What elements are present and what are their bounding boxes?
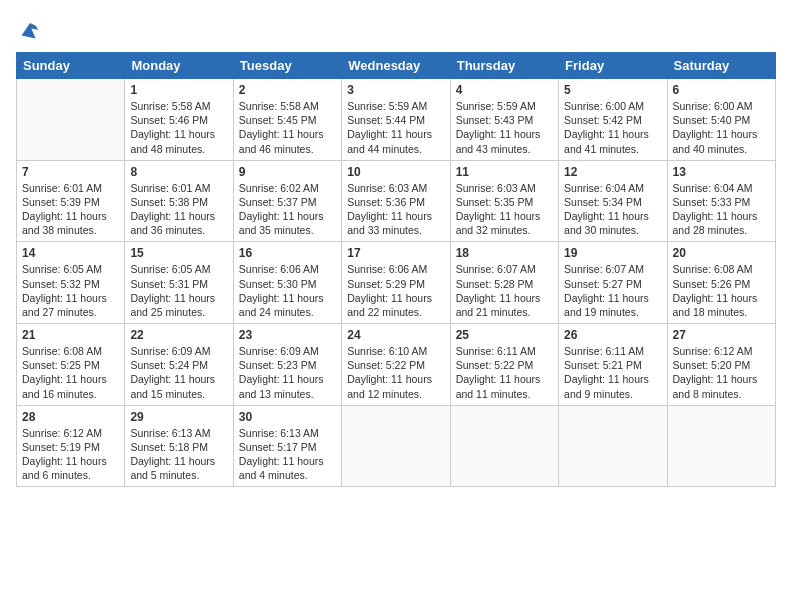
day-info: Sunrise: 6:12 AM Sunset: 5:19 PM Dayligh… — [22, 426, 119, 483]
day-cell — [667, 405, 775, 487]
day-number: 5 — [564, 83, 661, 97]
day-number: 21 — [22, 328, 119, 342]
day-number: 20 — [673, 246, 770, 260]
day-info: Sunrise: 6:01 AM Sunset: 5:38 PM Dayligh… — [130, 181, 227, 238]
header-cell-friday: Friday — [559, 53, 667, 79]
day-info: Sunrise: 6:05 AM Sunset: 5:31 PM Dayligh… — [130, 262, 227, 319]
day-info: Sunrise: 6:11 AM Sunset: 5:21 PM Dayligh… — [564, 344, 661, 401]
day-cell: 9Sunrise: 6:02 AM Sunset: 5:37 PM Daylig… — [233, 160, 341, 242]
day-info: Sunrise: 6:05 AM Sunset: 5:32 PM Dayligh… — [22, 262, 119, 319]
day-cell: 16Sunrise: 6:06 AM Sunset: 5:30 PM Dayli… — [233, 242, 341, 324]
day-number: 24 — [347, 328, 444, 342]
day-info: Sunrise: 6:04 AM Sunset: 5:34 PM Dayligh… — [564, 181, 661, 238]
day-info: Sunrise: 6:03 AM Sunset: 5:36 PM Dayligh… — [347, 181, 444, 238]
day-info: Sunrise: 6:13 AM Sunset: 5:18 PM Dayligh… — [130, 426, 227, 483]
day-cell: 28Sunrise: 6:12 AM Sunset: 5:19 PM Dayli… — [17, 405, 125, 487]
header-row: SundayMondayTuesdayWednesdayThursdayFrid… — [17, 53, 776, 79]
day-cell — [559, 405, 667, 487]
day-cell — [17, 79, 125, 161]
day-cell: 11Sunrise: 6:03 AM Sunset: 5:35 PM Dayli… — [450, 160, 558, 242]
day-number: 14 — [22, 246, 119, 260]
day-number: 26 — [564, 328, 661, 342]
day-cell: 30Sunrise: 6:13 AM Sunset: 5:17 PM Dayli… — [233, 405, 341, 487]
svg-marker-0 — [22, 23, 39, 38]
day-number: 23 — [239, 328, 336, 342]
day-cell — [450, 405, 558, 487]
day-info: Sunrise: 5:58 AM Sunset: 5:45 PM Dayligh… — [239, 99, 336, 156]
day-number: 13 — [673, 165, 770, 179]
day-cell: 6Sunrise: 6:00 AM Sunset: 5:40 PM Daylig… — [667, 79, 775, 161]
day-cell: 4Sunrise: 5:59 AM Sunset: 5:43 PM Daylig… — [450, 79, 558, 161]
calendar-table: SundayMondayTuesdayWednesdayThursdayFrid… — [16, 52, 776, 487]
page-header — [16, 16, 776, 44]
day-cell: 23Sunrise: 6:09 AM Sunset: 5:23 PM Dayli… — [233, 324, 341, 406]
header-cell-saturday: Saturday — [667, 53, 775, 79]
day-number: 6 — [673, 83, 770, 97]
day-cell: 1Sunrise: 5:58 AM Sunset: 5:46 PM Daylig… — [125, 79, 233, 161]
day-number: 12 — [564, 165, 661, 179]
day-cell: 8Sunrise: 6:01 AM Sunset: 5:38 PM Daylig… — [125, 160, 233, 242]
calendar-body: 1Sunrise: 5:58 AM Sunset: 5:46 PM Daylig… — [17, 79, 776, 487]
day-info: Sunrise: 6:07 AM Sunset: 5:27 PM Dayligh… — [564, 262, 661, 319]
day-info: Sunrise: 6:11 AM Sunset: 5:22 PM Dayligh… — [456, 344, 553, 401]
day-cell: 19Sunrise: 6:07 AM Sunset: 5:27 PM Dayli… — [559, 242, 667, 324]
day-cell: 20Sunrise: 6:08 AM Sunset: 5:26 PM Dayli… — [667, 242, 775, 324]
day-info: Sunrise: 6:01 AM Sunset: 5:39 PM Dayligh… — [22, 181, 119, 238]
day-cell: 13Sunrise: 6:04 AM Sunset: 5:33 PM Dayli… — [667, 160, 775, 242]
week-row-3: 21Sunrise: 6:08 AM Sunset: 5:25 PM Dayli… — [17, 324, 776, 406]
day-number: 15 — [130, 246, 227, 260]
week-row-0: 1Sunrise: 5:58 AM Sunset: 5:46 PM Daylig… — [17, 79, 776, 161]
header-cell-tuesday: Tuesday — [233, 53, 341, 79]
day-info: Sunrise: 6:09 AM Sunset: 5:24 PM Dayligh… — [130, 344, 227, 401]
day-info: Sunrise: 6:07 AM Sunset: 5:28 PM Dayligh… — [456, 262, 553, 319]
day-info: Sunrise: 6:02 AM Sunset: 5:37 PM Dayligh… — [239, 181, 336, 238]
day-cell: 3Sunrise: 5:59 AM Sunset: 5:44 PM Daylig… — [342, 79, 450, 161]
day-cell: 7Sunrise: 6:01 AM Sunset: 5:39 PM Daylig… — [17, 160, 125, 242]
day-info: Sunrise: 6:00 AM Sunset: 5:42 PM Dayligh… — [564, 99, 661, 156]
day-info: Sunrise: 6:09 AM Sunset: 5:23 PM Dayligh… — [239, 344, 336, 401]
day-cell: 10Sunrise: 6:03 AM Sunset: 5:36 PM Dayli… — [342, 160, 450, 242]
day-number: 25 — [456, 328, 553, 342]
day-cell: 17Sunrise: 6:06 AM Sunset: 5:29 PM Dayli… — [342, 242, 450, 324]
day-number: 17 — [347, 246, 444, 260]
day-cell — [342, 405, 450, 487]
day-cell: 27Sunrise: 6:12 AM Sunset: 5:20 PM Dayli… — [667, 324, 775, 406]
day-info: Sunrise: 6:13 AM Sunset: 5:17 PM Dayligh… — [239, 426, 336, 483]
day-cell: 21Sunrise: 6:08 AM Sunset: 5:25 PM Dayli… — [17, 324, 125, 406]
day-cell: 12Sunrise: 6:04 AM Sunset: 5:34 PM Dayli… — [559, 160, 667, 242]
logo-icon — [16, 16, 44, 44]
day-cell: 22Sunrise: 6:09 AM Sunset: 5:24 PM Dayli… — [125, 324, 233, 406]
header-cell-wednesday: Wednesday — [342, 53, 450, 79]
day-info: Sunrise: 6:00 AM Sunset: 5:40 PM Dayligh… — [673, 99, 770, 156]
day-cell: 26Sunrise: 6:11 AM Sunset: 5:21 PM Dayli… — [559, 324, 667, 406]
day-number: 8 — [130, 165, 227, 179]
day-number: 1 — [130, 83, 227, 97]
day-number: 27 — [673, 328, 770, 342]
day-number: 11 — [456, 165, 553, 179]
header-cell-sunday: Sunday — [17, 53, 125, 79]
day-info: Sunrise: 5:59 AM Sunset: 5:44 PM Dayligh… — [347, 99, 444, 156]
day-cell: 24Sunrise: 6:10 AM Sunset: 5:22 PM Dayli… — [342, 324, 450, 406]
day-number: 16 — [239, 246, 336, 260]
day-number: 18 — [456, 246, 553, 260]
day-info: Sunrise: 6:12 AM Sunset: 5:20 PM Dayligh… — [673, 344, 770, 401]
calendar-header: SundayMondayTuesdayWednesdayThursdayFrid… — [17, 53, 776, 79]
day-number: 28 — [22, 410, 119, 424]
day-info: Sunrise: 6:10 AM Sunset: 5:22 PM Dayligh… — [347, 344, 444, 401]
day-cell: 2Sunrise: 5:58 AM Sunset: 5:45 PM Daylig… — [233, 79, 341, 161]
header-cell-thursday: Thursday — [450, 53, 558, 79]
day-cell: 5Sunrise: 6:00 AM Sunset: 5:42 PM Daylig… — [559, 79, 667, 161]
day-info: Sunrise: 6:03 AM Sunset: 5:35 PM Dayligh… — [456, 181, 553, 238]
day-info: Sunrise: 5:58 AM Sunset: 5:46 PM Dayligh… — [130, 99, 227, 156]
day-info: Sunrise: 6:06 AM Sunset: 5:30 PM Dayligh… — [239, 262, 336, 319]
day-number: 10 — [347, 165, 444, 179]
day-cell: 29Sunrise: 6:13 AM Sunset: 5:18 PM Dayli… — [125, 405, 233, 487]
day-number: 19 — [564, 246, 661, 260]
day-number: 2 — [239, 83, 336, 97]
day-number: 29 — [130, 410, 227, 424]
day-cell: 18Sunrise: 6:07 AM Sunset: 5:28 PM Dayli… — [450, 242, 558, 324]
day-cell: 25Sunrise: 6:11 AM Sunset: 5:22 PM Dayli… — [450, 324, 558, 406]
day-info: Sunrise: 6:08 AM Sunset: 5:26 PM Dayligh… — [673, 262, 770, 319]
day-info: Sunrise: 5:59 AM Sunset: 5:43 PM Dayligh… — [456, 99, 553, 156]
day-number: 22 — [130, 328, 227, 342]
